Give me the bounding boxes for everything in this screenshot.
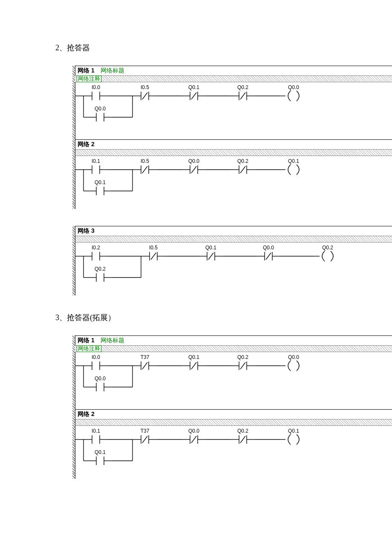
network-number: 网络 2 [78, 141, 95, 147]
network-title-link: 网络标题 [101, 337, 124, 344]
svg-text:T37: T37 [141, 428, 150, 434]
network-title: 网络 2 [75, 140, 392, 149]
svg-text:Q0.1: Q0.1 [205, 245, 216, 251]
svg-text:I0.1: I0.1 [92, 428, 100, 434]
svg-text:Q0.0: Q0.0 [95, 376, 106, 382]
svg-text:T37: T37 [141, 354, 150, 360]
svg-text:I0.5: I0.5 [149, 245, 158, 251]
network-number: 网络 3 [78, 227, 95, 234]
ladder-rung: I0.1T37Q0.0Q0.2Q0.1Q0.1 [75, 428, 339, 474]
svg-text:Q0.1: Q0.1 [95, 449, 106, 455]
svg-line-103 [266, 253, 271, 260]
network-number: 网络 2 [78, 410, 95, 417]
svg-text:Q0.0: Q0.0 [263, 245, 274, 251]
network-title-link: 网络标题 [101, 67, 124, 74]
svg-line-18 [191, 92, 196, 99]
svg-text:Q0.2: Q0.2 [95, 266, 106, 272]
ladder-rung: I0.0I0.5Q0.1Q0.2Q0.0Q0.0 [75, 84, 339, 131]
svg-line-96 [208, 253, 213, 260]
network-comment: 网络注释 [77, 345, 101, 352]
svg-text:I0.1: I0.1 [92, 158, 100, 164]
svg-text:Q0.0: Q0.0 [188, 428, 199, 434]
svg-text:I0.5: I0.5 [141, 84, 149, 90]
svg-line-174 [191, 436, 196, 443]
network-number: 网络 1 [78, 337, 95, 344]
svg-text:I0.0: I0.0 [92, 354, 100, 360]
svg-text:Q0.2: Q0.2 [237, 158, 248, 164]
svg-text:Q0.1: Q0.1 [95, 179, 106, 185]
svg-text:Q0.0: Q0.0 [288, 84, 299, 90]
svg-line-181 [240, 436, 245, 443]
ladder-rung: I0.0T37Q0.1Q0.2Q0.0Q0.0 [75, 354, 339, 401]
svg-line-50 [142, 166, 147, 173]
svg-line-167 [142, 436, 147, 443]
svg-line-89 [151, 253, 156, 260]
section-heading: 3、抢答器(拓展） [55, 312, 392, 323]
svg-line-135 [191, 362, 196, 369]
network-title: 网络 3 [75, 226, 392, 236]
svg-text:I0.0: I0.0 [92, 84, 100, 90]
section-heading: 2、抢答器 [55, 43, 392, 53]
svg-text:Q0.0: Q0.0 [188, 158, 199, 164]
network-comment: 网络注释 [77, 75, 101, 82]
svg-text:Q0.2: Q0.2 [237, 84, 248, 90]
svg-text:Q0.0: Q0.0 [288, 354, 299, 360]
svg-text:Q0.2: Q0.2 [237, 428, 248, 434]
network-number: 网络 1 [78, 67, 95, 74]
svg-line-128 [142, 362, 147, 369]
svg-text:Q0.2: Q0.2 [322, 245, 333, 251]
svg-text:Q0.1: Q0.1 [288, 158, 299, 164]
svg-text:Q0.1: Q0.1 [288, 428, 299, 434]
svg-line-64 [240, 166, 245, 173]
svg-text:Q0.0: Q0.0 [95, 106, 106, 112]
network-title: 网络 1网络标题 [75, 66, 392, 75]
ladder-rung: I0.2I0.5Q0.1Q0.0Q0.2Q0.2 [75, 244, 373, 291]
svg-text:Q0.1: Q0.1 [188, 354, 199, 360]
svg-text:Q0.2: Q0.2 [237, 354, 248, 360]
svg-text:I0.5: I0.5 [141, 158, 149, 164]
svg-line-11 [142, 92, 147, 99]
svg-text:Q0.1: Q0.1 [188, 84, 199, 90]
svg-line-142 [240, 362, 245, 369]
svg-text:I0.2: I0.2 [92, 245, 100, 251]
network-title: 网络 2 [75, 410, 392, 419]
ladder-rung: I0.1I0.5Q0.0Q0.2Q0.1Q0.1 [75, 158, 339, 205]
network-title: 网络 1网络标题 [75, 336, 392, 345]
svg-line-57 [191, 166, 196, 173]
svg-line-25 [240, 92, 245, 99]
